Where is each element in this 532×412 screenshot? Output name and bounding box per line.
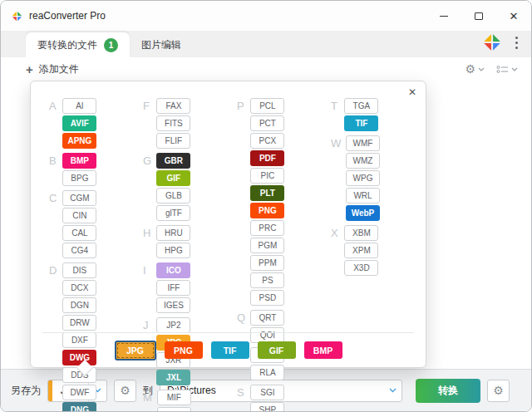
format-button-mif[interactable]: MIF [157,390,191,405]
format-button-gltf[interactable]: glTF [156,205,190,221]
format-button-glb[interactable]: GLB [156,188,190,204]
format-button-pct[interactable]: PCT [250,115,284,131]
format-button-xbm[interactable]: XBM [344,225,378,241]
format-button-webp[interactable]: WebP [346,205,380,221]
format-panel: ✕ AAIAVIFAPNGBBMPBPGCCGMCINCALCG4DDISDCX… [30,81,426,368]
add-files-button[interactable]: + 添加文件 [26,62,79,76]
format-button-pcx[interactable]: PCX [250,133,284,149]
quick-format-gif[interactable]: GIF [258,341,296,359]
format-button-cin[interactable]: CIN [62,208,96,223]
format-button-sgi[interactable]: SGI [250,385,284,400]
format-section-m: MMIFMTV [143,390,223,412]
format-button-bmp[interactable]: BMP [62,153,96,169]
list-settings-button[interactable]: ⚙ [465,63,485,75]
format-button-ai[interactable]: AI [62,98,96,114]
tab-files-to-convert[interactable]: 要转换的文件 1 [26,32,130,57]
view-options-button[interactable] [496,65,518,74]
quick-format-jpg[interactable]: JPG [115,341,156,360]
format-button-iges[interactable]: IGES [156,297,190,313]
toolbar-right: ⚙ [465,63,518,75]
format-button-wpg[interactable]: WPG [346,170,380,186]
format-button-drw[interactable]: DRW [62,315,96,331]
format-button-cal[interactable]: CAL [62,225,96,241]
format-section-s: SSGISHPSVGSVGZSTLSTP [237,385,317,412]
format-button-plt[interactable]: PLT [250,185,284,201]
format-button-bpg[interactable]: BPG [62,170,96,186]
format-button-dis[interactable]: DIS [62,262,96,278]
format-button-ppm[interactable]: PPM [250,255,284,271]
format-button-wmf[interactable]: WMF [346,135,380,151]
format-button-pcl[interactable]: PCL [250,98,284,114]
format-section-b: BBMPBPG [49,153,129,186]
format-button-pgm[interactable]: PGM [250,238,284,253]
format-button-xpm[interactable]: XPM [344,243,378,258]
format-button-mtv[interactable]: MTV [157,407,191,412]
format-button-qrt[interactable]: QRT [250,310,284,326]
window-title: reaConverter Pro [29,10,106,22]
format-button-tif[interactable]: TIF [344,115,378,131]
format-button-x3d[interactable]: X3D [344,260,378,276]
quick-format-bmp[interactable]: BMP [304,341,342,359]
quick-format-png[interactable]: PNG [165,341,203,359]
format-button-ps[interactable]: PS [250,272,284,288]
format-button-apng[interactable]: APNG [62,133,96,149]
format-button-jxl[interactable]: JXL [156,370,190,385]
format-button-dgn[interactable]: DGN [62,297,96,313]
panel-close-button[interactable]: ✕ [406,86,418,99]
format-button-avif[interactable]: AVIF [62,115,96,131]
format-button-flif[interactable]: FLIF [156,133,190,149]
format-button-dwf[interactable]: DWF [62,385,96,400]
quick-format-tif[interactable]: TIF [211,341,249,359]
format-button-hpg[interactable]: HPG [156,243,190,258]
format-button-ico[interactable]: ICO [156,262,190,278]
format-letter: F [143,98,151,149]
format-button-gif[interactable]: GIF [156,170,190,186]
gear-icon: ⚙ [493,385,504,396]
format-section-c: CCGMCINCALCG4 [49,190,129,258]
close-button[interactable]: ✕ [496,1,531,31]
quick-formats: JPGPNGTIFGIFBMP [42,332,414,367]
format-button-prc[interactable]: PRC [250,220,284,236]
convert-settings-button[interactable]: ⚙ [487,380,510,402]
format-button-group: HRUHPG [156,225,223,258]
format-button-group: BMPBPG [62,153,129,186]
format-button-fits[interactable]: FITS [156,115,190,131]
format-button-tga[interactable]: TGA [344,98,378,114]
format-button-wrl[interactable]: WRL [346,188,380,204]
format-button-png[interactable]: PNG [250,203,284,218]
window-controls: ✕ [426,1,531,31]
tab-files-label: 要转换的文件 [37,38,97,52]
format-button-pdf[interactable]: PDF [250,150,284,166]
format-button-fax[interactable]: FAX [156,98,190,114]
format-section-w: WWMFWMZWPGWRLWebP [331,135,411,221]
menu-dots-icon[interactable] [512,33,521,52]
format-button-cgm[interactable]: CGM [62,190,96,206]
tab-editing-label: 图片编辑 [141,38,181,52]
format-button-dng[interactable]: DNG [62,402,96,412]
maximize-icon [475,12,483,20]
app-window: reaConverter Pro ✕ 要转换的文件 1 图片编辑 [0,0,532,412]
format-button-iff[interactable]: IFF [156,280,190,296]
list-icon [496,65,509,74]
format-section-p: PPCLPCTPCXPDFPICPLTPNGPRCPGMPPMPSPSD [237,98,317,306]
tab-image-editing[interactable]: 图片编辑 [130,32,193,57]
format-button-pic[interactable]: PIC [250,168,284,184]
format-button-wmz[interactable]: WMZ [346,153,380,169]
format-button-hru[interactable]: HRU [156,225,190,241]
format-letter: G [143,153,151,221]
minimize-button[interactable] [426,1,461,31]
format-button-psd[interactable]: PSD [250,290,284,306]
format-button-cg4[interactable]: CG4 [62,243,96,258]
format-section-x: XXBMXPMX3D [331,225,411,276]
format-button-jp2[interactable]: JP2 [156,317,190,333]
tabbar-right [481,32,521,53]
maximize-button[interactable] [461,1,496,31]
titlebar: reaConverter Pro ✕ [1,1,531,31]
format-button-shp[interactable]: SHP [250,402,284,412]
format-button-dcx[interactable]: DCX [62,280,96,296]
format-section-h: HHRUHPG [143,225,223,258]
tab-bar: 要转换的文件 1 图片编辑 [1,31,531,57]
format-letter: I [143,262,151,313]
format-button-gbr[interactable]: GBR [156,153,190,169]
format-letter: B [49,153,57,186]
